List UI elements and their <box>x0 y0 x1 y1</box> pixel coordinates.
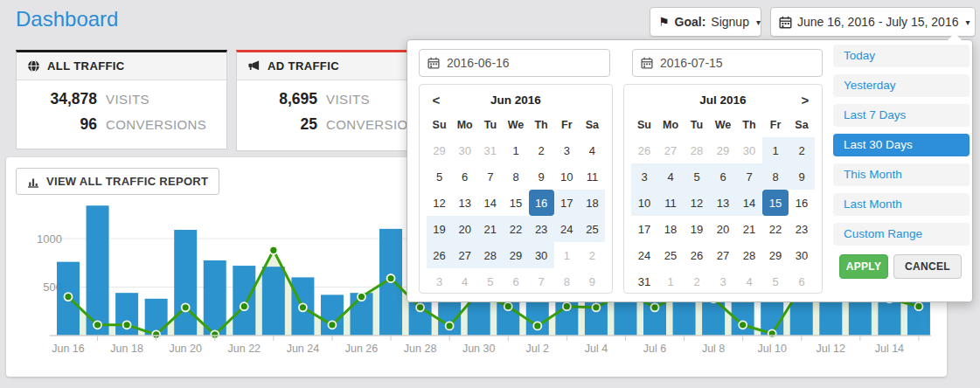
calendar-day[interactable]: 7 <box>477 163 503 190</box>
calendar-day[interactable]: 29 <box>762 242 789 268</box>
cancel-button[interactable]: CANCEL <box>893 254 962 279</box>
view-all-traffic-report-button[interactable]: VIEW ALL TRAFFIC REPORT <box>16 168 219 195</box>
calendar-day[interactable]: 4 <box>452 268 477 294</box>
calendar-day[interactable]: 28 <box>477 242 503 268</box>
range-option-today[interactable]: Today <box>833 45 970 67</box>
calendar-day[interactable]: 26 <box>427 242 452 268</box>
calendar-day[interactable]: 8 <box>554 268 580 294</box>
range-option-last-7-days[interactable]: Last 7 Days <box>833 104 970 127</box>
calendar-day[interactable]: 24 <box>554 216 580 242</box>
calendar-day[interactable]: 5 <box>477 268 503 294</box>
calendar-day[interactable]: 10 <box>554 163 580 190</box>
calendar-day[interactable]: 19 <box>684 216 710 242</box>
calendar-day[interactable]: 20 <box>452 216 477 242</box>
calendar-day[interactable]: 11 <box>657 190 684 216</box>
calendar-day[interactable]: 5 <box>427 163 452 190</box>
calendar-day[interactable]: 14 <box>736 190 762 216</box>
goal-dropdown-button[interactable]: ⚑ Goal: Signup ▾ <box>650 7 761 37</box>
calendar-day[interactable]: 21 <box>477 216 503 242</box>
calendar-day[interactable]: 18 <box>657 216 684 242</box>
calendar-day[interactable]: 30 <box>789 242 815 268</box>
calendar-day[interactable]: 28 <box>736 242 762 268</box>
calendar-day[interactable]: 2 <box>529 137 554 163</box>
range-option-last-month[interactable]: Last Month <box>833 193 970 216</box>
calendar-day[interactable]: 5 <box>684 163 710 190</box>
calendar-day[interactable]: 30 <box>452 137 477 163</box>
next-month-icon[interactable]: > <box>796 88 815 113</box>
calendar-day[interactable]: 20 <box>710 216 736 242</box>
calendar-day[interactable]: 1 <box>503 137 528 163</box>
calendar-day[interactable]: 13 <box>452 190 477 216</box>
calendar-day[interactable]: 17 <box>554 190 580 216</box>
calendar-day[interactable]: 1 <box>554 242 580 268</box>
calendar-day[interactable]: 12 <box>684 190 710 216</box>
calendar-day[interactable]: 27 <box>710 242 736 268</box>
calendar-day[interactable]: 10 <box>631 190 657 216</box>
calendar-day[interactable]: 6 <box>503 268 528 294</box>
calendar-day[interactable]: 15 <box>762 190 789 216</box>
calendar-day[interactable]: 26 <box>684 242 710 268</box>
calendar-day[interactable]: 22 <box>503 216 528 242</box>
range-option-last-30-days[interactable]: Last 30 Days <box>833 134 970 156</box>
calendar-day[interactable]: 29 <box>503 242 528 268</box>
calendar-day[interactable]: 3 <box>631 163 657 190</box>
calendar-day[interactable]: 25 <box>657 242 684 268</box>
range-option-this-month[interactable]: This Month <box>833 163 970 186</box>
prev-month-icon[interactable]: < <box>427 88 446 113</box>
end-date-input[interactable]: 2016-07-15 <box>632 49 823 77</box>
apply-button[interactable]: APPLY <box>839 254 888 279</box>
calendar-day[interactable]: 27 <box>657 137 684 163</box>
calendar-day[interactable]: 30 <box>529 242 554 268</box>
calendar-day[interactable]: 2 <box>684 268 710 294</box>
calendar-day[interactable]: 5 <box>762 268 789 294</box>
calendar-day[interactable]: 4 <box>580 137 605 163</box>
calendar-day[interactable]: 8 <box>762 163 789 190</box>
calendar-day[interactable]: 24 <box>631 242 657 268</box>
calendar-day[interactable]: 29 <box>427 137 452 163</box>
calendar-day[interactable]: 18 <box>580 190 605 216</box>
calendar-day[interactable]: 9 <box>529 163 554 190</box>
calendar-day[interactable]: 31 <box>477 137 503 163</box>
calendar-day[interactable]: 15 <box>503 190 528 216</box>
calendar-day[interactable]: 26 <box>631 137 657 163</box>
calendar-day[interactable]: 7 <box>736 163 762 190</box>
range-option-yesterday[interactable]: Yesterday <box>833 74 970 97</box>
calendar-day[interactable]: 12 <box>427 190 452 216</box>
calendar-day[interactable]: 7 <box>529 268 554 294</box>
calendar-day[interactable]: 16 <box>789 190 815 216</box>
calendar-day[interactable]: 27 <box>452 242 477 268</box>
calendar-day[interactable]: 23 <box>789 216 815 242</box>
calendar-day[interactable]: 9 <box>789 163 815 190</box>
calendar-day[interactable]: 25 <box>580 216 605 242</box>
calendar-day[interactable]: 30 <box>736 137 762 163</box>
calendar-day[interactable]: 4 <box>736 268 762 294</box>
calendar-day[interactable]: 1 <box>762 137 789 163</box>
calendar-day[interactable]: 9 <box>580 268 605 294</box>
calendar-day[interactable]: 23 <box>529 216 554 242</box>
calendar-day[interactable]: 14 <box>477 190 503 216</box>
calendar-day[interactable]: 13 <box>710 190 736 216</box>
calendar-day[interactable]: 3 <box>427 268 452 294</box>
calendar-day[interactable]: 2 <box>580 242 605 268</box>
start-date-input[interactable]: 2016-06-16 <box>419 49 610 77</box>
calendar-day[interactable]: 6 <box>452 163 477 190</box>
calendar-day[interactable]: 6 <box>710 163 736 190</box>
calendar-day[interactable]: 8 <box>503 163 528 190</box>
calendar-day[interactable]: 11 <box>580 163 605 190</box>
calendar-day[interactable]: 17 <box>631 216 657 242</box>
range-option-custom-range[interactable]: Custom Range <box>833 223 970 246</box>
calendar-day[interactable]: 28 <box>684 137 710 163</box>
calendar-day[interactable]: 16 <box>529 190 554 216</box>
date-range-dropdown-button[interactable]: June 16, 2016 - July 15, 2016 ▾ <box>770 7 976 37</box>
calendar-day[interactable]: 31 <box>631 268 657 294</box>
calendar-day[interactable]: 4 <box>657 163 684 190</box>
calendar-day[interactable]: 19 <box>427 216 452 242</box>
calendar-day[interactable]: 29 <box>710 137 736 163</box>
calendar-day[interactable]: 2 <box>789 137 815 163</box>
calendar-day[interactable]: 3 <box>710 268 736 294</box>
calendar-day[interactable]: 3 <box>554 137 580 163</box>
calendar-day[interactable]: 22 <box>762 216 789 242</box>
calendar-day[interactable]: 1 <box>657 268 684 294</box>
calendar-day[interactable]: 21 <box>736 216 762 242</box>
calendar-day[interactable]: 6 <box>789 268 815 294</box>
